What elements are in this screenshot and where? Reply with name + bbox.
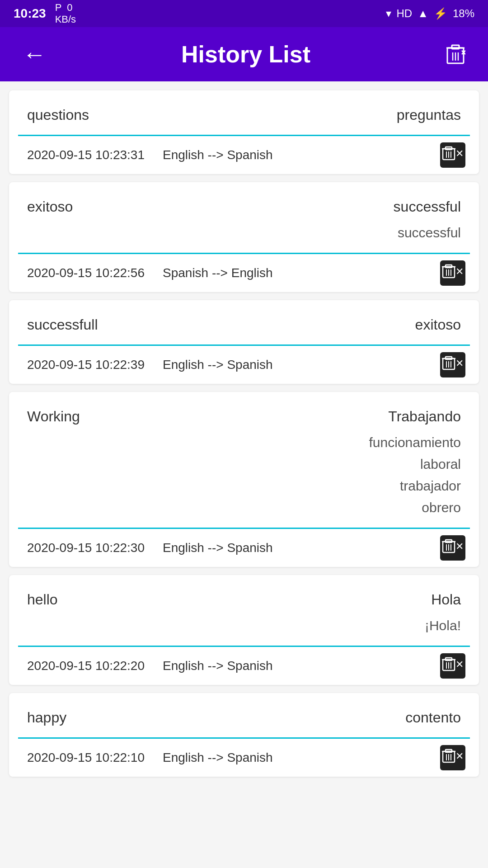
primary-translation: Trabajando [388, 408, 461, 425]
trash-icon [442, 539, 455, 557]
history-card: hello Hola ¡Hola! 2020-09-15 10:22:20 En… [9, 575, 479, 685]
card-body: exitoso successful successful [9, 182, 479, 253]
card-source: happy [27, 707, 249, 728]
card-source: hello [27, 589, 249, 637]
status-network: P 0KB/s [55, 2, 76, 25]
signal-icon: ▲ [418, 7, 428, 20]
trash-icon [442, 264, 455, 283]
card-source: questions [27, 104, 249, 126]
battery-percent: 18% [453, 7, 474, 20]
wifi-icon: ▾ [386, 7, 391, 20]
trash-icon [442, 657, 455, 675]
history-list: questions preguntas 2020-09-15 10:23:31 … [0, 81, 488, 794]
card-timestamp: 2020-09-15 10:23:31 [27, 148, 145, 162]
card-meta: 2020-09-15 10:23:31 English --> Spanish [27, 148, 440, 162]
x-icon: ✕ [455, 266, 464, 278]
page-title: History List [51, 41, 441, 68]
card-source: successfull [27, 314, 249, 335]
status-time: 10:23 [14, 6, 46, 21]
card-body: Working Trabajando funcionamientolaboral… [9, 392, 479, 528]
card-footer: 2020-09-15 10:22:56 Spanish --> English [9, 254, 479, 292]
card-translation: preguntas [249, 104, 461, 126]
clear-all-button[interactable] [441, 39, 470, 70]
card-timestamp: 2020-09-15 10:22:30 [27, 541, 145, 555]
trash-icon [442, 749, 455, 767]
alt-translations: funcionamientolaboraltrabajadorobrero [249, 432, 461, 519]
card-timestamp: 2020-09-15 10:22:39 [27, 358, 145, 372]
primary-translation: contento [405, 709, 461, 726]
clear-all-icon [446, 43, 465, 65]
card-direction: English --> Spanish [163, 148, 273, 162]
delete-button[interactable]: ✕ [440, 260, 465, 286]
card-direction: English --> Spanish [163, 541, 273, 555]
card-meta: 2020-09-15 10:22:30 English --> Spanish [27, 541, 440, 555]
card-timestamp: 2020-09-15 10:22:20 [27, 659, 145, 673]
back-button[interactable]: ← [18, 36, 51, 72]
card-translation: Hola ¡Hola! [249, 589, 461, 637]
card-direction: Spanish --> English [163, 266, 273, 280]
status-right: ▾ HD ▲ ⚡ 18% [386, 7, 474, 20]
delete-button[interactable]: ✕ [440, 535, 465, 561]
delete-button[interactable]: ✕ [440, 653, 465, 679]
card-meta: 2020-09-15 10:22:56 Spanish --> English [27, 266, 440, 280]
primary-translation: Hola [431, 591, 461, 608]
history-card: exitoso successful successful 2020-09-15… [9, 182, 479, 292]
card-body: hello Hola ¡Hola! [9, 575, 479, 646]
trash-icon [442, 146, 455, 165]
card-footer: 2020-09-15 10:22:10 English --> Spanish [9, 739, 479, 777]
primary-translation: successful [394, 198, 461, 215]
delete-button[interactable]: ✕ [440, 352, 465, 377]
delete-button[interactable]: ✕ [440, 142, 465, 168]
battery-icon: ⚡ [434, 7, 447, 20]
status-bar: 10:23 P 0KB/s ▾ HD ▲ ⚡ 18% [0, 0, 488, 27]
x-icon: ✕ [455, 358, 464, 369]
card-translation: successful successful [249, 196, 461, 244]
status-left: 10:23 P 0KB/s [14, 2, 76, 25]
history-card: successfull exitoso 2020-09-15 10:22:39 … [9, 300, 479, 384]
card-footer: 2020-09-15 10:22:39 English --> Spanish [9, 346, 479, 384]
card-body: successfull exitoso [9, 300, 479, 344]
x-icon: ✕ [455, 148, 464, 160]
alt-translations: ¡Hola! [249, 615, 461, 637]
primary-translation: exitoso [415, 316, 461, 333]
trash-icon [442, 356, 455, 374]
card-meta: 2020-09-15 10:22:10 English --> Spanish [27, 750, 440, 765]
card-direction: English --> Spanish [163, 750, 273, 765]
primary-translation: preguntas [397, 107, 461, 123]
card-source: Working [27, 406, 249, 519]
card-timestamp: 2020-09-15 10:22:56 [27, 266, 145, 280]
card-translation: contento [249, 707, 461, 728]
card-timestamp: 2020-09-15 10:22:10 [27, 750, 145, 765]
card-direction: English --> Spanish [163, 659, 273, 673]
x-icon: ✕ [455, 659, 464, 670]
app-bar: ← History List [0, 27, 488, 81]
card-body: happy contento [9, 693, 479, 737]
history-card: Working Trabajando funcionamientolaboral… [9, 392, 479, 567]
alt-translations: successful [249, 222, 461, 244]
card-meta: 2020-09-15 10:22:20 English --> Spanish [27, 659, 440, 673]
card-source: exitoso [27, 196, 249, 244]
delete-button[interactable]: ✕ [440, 745, 465, 770]
card-footer: 2020-09-15 10:23:31 English --> Spanish [9, 136, 479, 174]
card-direction: English --> Spanish [163, 358, 273, 372]
x-icon: ✕ [455, 750, 464, 762]
card-footer: 2020-09-15 10:22:20 English --> Spanish [9, 647, 479, 685]
x-icon: ✕ [455, 541, 464, 552]
card-body: questions preguntas [9, 90, 479, 135]
history-card: happy contento 2020-09-15 10:22:10 Engli… [9, 693, 479, 777]
history-card: questions preguntas 2020-09-15 10:23:31 … [9, 90, 479, 174]
card-translation: exitoso [249, 314, 461, 335]
card-meta: 2020-09-15 10:22:39 English --> Spanish [27, 358, 440, 372]
card-translation: Trabajando funcionamientolaboraltrabajad… [249, 406, 461, 519]
card-footer: 2020-09-15 10:22:30 English --> Spanish [9, 529, 479, 567]
hd-badge: HD [397, 7, 413, 20]
